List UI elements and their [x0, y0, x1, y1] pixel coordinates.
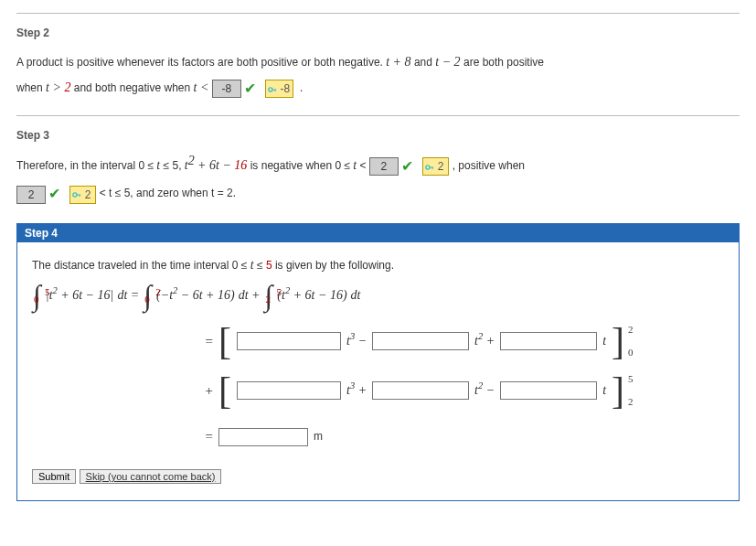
step3-tvar-1: t — [156, 158, 160, 172]
svg-rect-5 — [432, 167, 433, 170]
step2-period: . — [300, 81, 303, 94]
int3-ub: 5 — [277, 279, 282, 305]
step3-body: Therefore, in the interval 0 ≤ t ≤ 5, t2… — [16, 153, 740, 209]
skip-link[interactable]: Skip (you cannot come back) — [80, 469, 222, 484]
step2-answer-box-1: -8 — [212, 80, 241, 98]
row2-blank-a[interactable] — [237, 381, 341, 400]
step3-key-box-2[interactable]: 2 — [69, 186, 96, 204]
step3-text-neg: is negative when 0 ≤ — [250, 159, 354, 172]
step3-heading: Step 3 — [16, 129, 740, 142]
int1-dt: dt = — [117, 284, 139, 308]
row3-unit: m — [314, 426, 323, 447]
row2-lim-bot: 2 — [628, 397, 634, 407]
step3-text-a: Therefore, in the interval 0 ≤ — [16, 159, 156, 172]
row1-blank-b[interactable] — [372, 332, 469, 350]
step4-eval-grid: = [ t3 − t2 + t ] 2 0 + [ — [32, 325, 724, 450]
key-icon — [72, 190, 81, 199]
step2-text-b: are both positive — [463, 56, 544, 69]
step2-key-value-1: -8 — [281, 82, 291, 95]
svg-point-3 — [426, 166, 430, 169]
int2-dt: dt + — [239, 284, 261, 308]
row1-blank-c[interactable] — [500, 332, 597, 350]
int2-lb: 0 — [144, 286, 150, 312]
step3-tail: < t ≤ 5, and zero when t = 2. — [100, 187, 236, 200]
step2-cond1-lhs: t > — [46, 80, 64, 94]
row1-lim-bot: 0 — [628, 348, 634, 358]
right-bracket-icon: ] — [612, 377, 624, 404]
row2-t: t — [602, 379, 606, 403]
step3-text-pos: , positive when — [453, 159, 525, 172]
step2-text-a: A product is positive whenever its facto… — [16, 56, 386, 69]
integral-symbol-2: ∫ 2 0 — [143, 283, 153, 308]
int1-ub: 5 — [45, 279, 50, 305]
left-bracket-icon: [ — [218, 327, 231, 355]
right-bracket-icon: ] — [612, 327, 624, 355]
step2-text-c: when — [16, 81, 46, 94]
int3-lb: 2 — [266, 286, 272, 312]
step2-and: and — [414, 56, 435, 69]
row1-limits: 2 0 — [628, 325, 634, 358]
row3-blank[interactable] — [218, 428, 308, 446]
step3-tvar-2: t — [353, 158, 357, 172]
step4-eval-row-3: = m — [187, 423, 724, 450]
step4-heading: Step 4 — [17, 224, 739, 242]
step4-intro-five: 5 — [266, 259, 272, 272]
step4-eval-row-2: + [ t3 + t2 − t ] 5 2 — [187, 374, 724, 407]
row1-blank-a[interactable] — [237, 332, 341, 350]
step2-text-d: and both negative when — [74, 81, 194, 94]
row2-lim-top: 5 — [628, 374, 634, 384]
int2-ub: 2 — [155, 279, 161, 305]
row1-t: t — [602, 329, 606, 354]
left-bracket-icon: [ — [218, 377, 231, 404]
int3-dt: dt — [351, 284, 361, 308]
check-icon: ✔ — [48, 180, 60, 208]
step2-cond2-lhs: t < — [194, 80, 212, 94]
step2-expr1: t + 8 — [386, 55, 410, 69]
step4-card: Step 4 The distance traveled in the time… — [16, 223, 740, 501]
step3-leq5: ≤ 5, — [164, 159, 185, 172]
step4-intro-t: t — [250, 258, 254, 272]
step4-intro: The distance traveled in the time interv… — [32, 253, 724, 278]
step4-intro-c: is given by the following. — [275, 259, 394, 272]
step3-answer-box-2: 2 — [16, 186, 46, 204]
step3-poly-rest: + 6t − — [197, 158, 234, 172]
step2-body: A product is positive whenever its facto… — [16, 50, 740, 102]
check-icon: ✔ — [401, 153, 413, 180]
row2-plus: + — [187, 378, 213, 404]
svg-rect-2 — [275, 89, 276, 91]
step3-lt: < — [360, 159, 369, 172]
check-icon: ✔ — [244, 75, 256, 102]
svg-point-0 — [269, 88, 272, 91]
key-icon — [425, 163, 434, 172]
step4-integral-equation: ∫ 5 0 |t2 + 6t − 16| dt = ∫ 2 0 (−t2 − 6… — [32, 283, 724, 308]
step2-key-box-1[interactable]: -8 — [265, 80, 293, 98]
step4-intro-a: The distance traveled in the time interv… — [32, 259, 250, 272]
integral-symbol-3: ∫ 5 2 — [264, 283, 274, 308]
step4-eval-row-1: = [ t3 − t2 + t ] 2 0 — [187, 325, 724, 358]
step2-heading: Step 2 — [16, 27, 740, 39]
step3-key-box-1[interactable]: 2 — [422, 157, 449, 176]
step3-answer-box-1: 2 — [369, 157, 399, 176]
step3-poly-sup: 2 — [188, 154, 195, 167]
svg-rect-8 — [80, 195, 80, 198]
submit-button[interactable]: Submit — [32, 469, 76, 484]
key-icon — [268, 85, 277, 94]
step2-expr2: t − 2 — [435, 55, 460, 69]
row2-blank-b[interactable] — [372, 381, 469, 400]
step4-actions: Submit Skip (you cannot come back) — [32, 466, 724, 487]
step2-cond1-rhs: 2 — [64, 80, 70, 94]
row2-limits: 5 2 — [628, 374, 634, 407]
row1-lim-top: 2 — [628, 325, 634, 335]
step3-key-value-2: 2 — [85, 188, 91, 201]
integral-symbol-1: ∫ 5 0 — [32, 283, 42, 308]
step3-poly-16: 16 — [234, 158, 247, 172]
step3-key-value-1: 2 — [438, 160, 444, 173]
row3-eq: = — [187, 423, 213, 450]
svg-point-6 — [73, 193, 77, 197]
row1-eq: = — [187, 328, 213, 355]
row2-blank-c[interactable] — [500, 381, 597, 400]
int1-lb: 0 — [34, 286, 39, 312]
step4-intro-b: ≤ — [257, 259, 266, 272]
